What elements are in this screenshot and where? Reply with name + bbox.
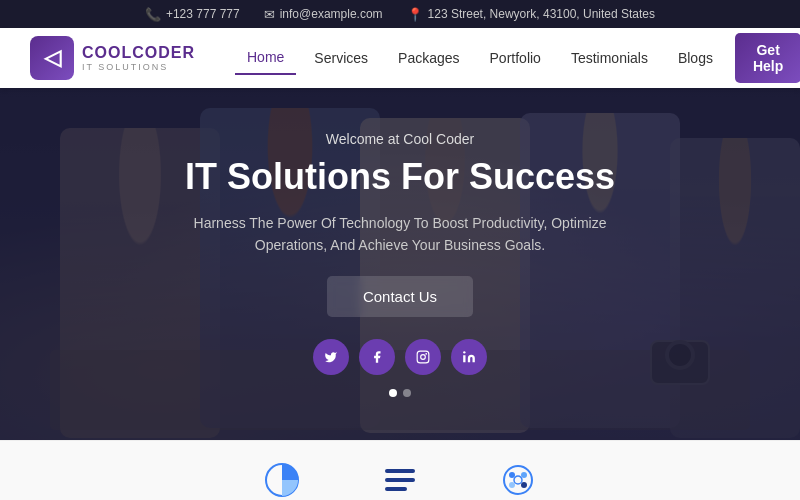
bottom-card-2 [381,461,419,499]
email-info: ✉ info@example.com [264,7,383,22]
hero-subtitle: Welcome at Cool Coder [326,131,474,147]
address-info: 📍 123 Street, Newyork, 43100, United Sta… [407,7,655,22]
svg-point-13 [514,476,522,484]
social-icons [313,339,487,375]
svg-point-10 [521,472,527,478]
linkedin-icon[interactable] [451,339,487,375]
instagram-icon[interactable] [405,339,441,375]
dot-1[interactable] [389,389,397,397]
logo[interactable]: ◁ COOLCODER IT SOLUTIONS [30,36,195,80]
svg-rect-5 [385,469,415,473]
logo-icon: ◁ [30,36,74,80]
svg-point-2 [425,353,427,355]
phone-info: 📞 +123 777 777 [145,7,240,22]
svg-point-9 [509,472,515,478]
nav-blogs[interactable]: Blogs [666,42,725,74]
twitter-icon[interactable] [313,339,349,375]
email-address: info@example.com [280,7,383,21]
bottom-card-1 [263,461,301,499]
svg-rect-6 [385,478,415,482]
email-icon: ✉ [264,7,275,22]
dot-2[interactable] [403,389,411,397]
hero-section: Welcome at Cool Coder IT Solutions For S… [0,88,800,440]
nav-services[interactable]: Services [302,42,380,74]
svg-point-11 [509,482,515,488]
address-text: 123 Street, Newyork, 43100, United State… [428,7,655,21]
svg-point-12 [521,482,527,488]
bottom-section [0,440,800,500]
svg-point-8 [504,466,532,494]
carousel-dots [389,389,411,397]
list-icon [381,461,419,499]
hero-content: Welcome at Cool Coder IT Solutions For S… [0,88,800,440]
bottom-card-3 [499,461,537,499]
top-bar: 📞 +123 777 777 ✉ info@example.com 📍 123 … [0,0,800,28]
svg-point-1 [421,355,426,360]
logo-subtitle: IT SOLUTIONS [82,62,195,72]
logo-text: COOLCODER IT SOLUTIONS [82,44,195,72]
nav-portfolio[interactable]: Portfolio [478,42,553,74]
navbar: ◁ COOLCODER IT SOLUTIONS Home Services P… [0,28,800,88]
facebook-icon[interactable] [359,339,395,375]
phone-number: +123 777 777 [166,7,240,21]
location-icon: 📍 [407,7,423,22]
nav-testimonials[interactable]: Testimonials [559,42,660,74]
svg-rect-0 [417,352,429,364]
get-help-button[interactable]: Get Help [735,33,800,83]
hero-title: IT Solutions For Success [185,155,615,198]
logo-name: COOLCODER [82,44,195,62]
nav-packages[interactable]: Packages [386,42,471,74]
svg-point-3 [463,352,465,354]
nav-home[interactable]: Home [235,41,296,75]
palette-icon [499,461,537,499]
contact-us-button[interactable]: Contact Us [327,276,473,317]
phone-icon: 📞 [145,7,161,22]
nav-links: Home Services Packages Portfolio Testimo… [235,33,800,83]
svg-rect-7 [385,487,407,491]
pie-chart-icon [263,461,301,499]
hero-description: Harness The Power Of Technology To Boost… [190,212,610,257]
